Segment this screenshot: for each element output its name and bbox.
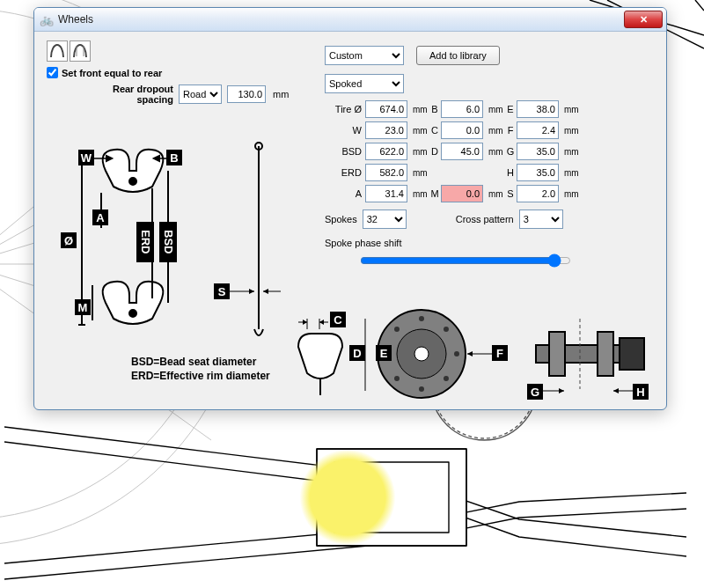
spoke-diagram: S <box>210 137 290 349</box>
hub-diagram: C D E F G H <box>281 303 650 408</box>
tire-profile-icon-1[interactable] <box>47 40 68 62</box>
b-input[interactable] <box>441 100 483 118</box>
app-icon: 🚲 <box>40 12 54 26</box>
svg-point-44 <box>454 351 459 356</box>
svg-point-43 <box>444 327 449 332</box>
svg-marker-36 <box>303 320 307 325</box>
rear-dropout-value-input[interactable] <box>227 85 266 103</box>
close-icon: ✕ <box>640 14 648 26</box>
bsd-input[interactable] <box>365 143 407 160</box>
svg-marker-38 <box>319 320 324 325</box>
svg-marker-61 <box>559 388 564 393</box>
highlight-spot <box>299 449 396 546</box>
svg-point-41 <box>414 347 429 361</box>
phase-label: Spoke phase shift <box>325 238 650 248</box>
add-to-library-button[interactable]: Add to library <box>416 46 500 65</box>
m-input[interactable] <box>441 185 483 202</box>
svg-point-46 <box>419 386 424 392</box>
rear-dropout-type-select[interactable]: Road <box>179 85 222 104</box>
spokes-select[interactable]: 32 <box>363 209 407 229</box>
legend-text: BSD=Bead seat diameter ERD=Effective rim… <box>131 356 270 383</box>
rear-dropout-unit: mm <box>273 89 289 99</box>
phase-slider[interactable] <box>360 254 571 268</box>
window-title: Wheels <box>58 13 624 26</box>
e-input[interactable] <box>517 100 559 118</box>
d-input[interactable] <box>441 143 483 160</box>
svg-point-49 <box>394 327 400 332</box>
cross-pattern-select[interactable]: 3 <box>519 209 563 229</box>
h-input[interactable] <box>517 164 559 181</box>
g-input[interactable] <box>517 143 559 160</box>
svg-rect-58 <box>620 338 644 370</box>
front-equal-rear-label: Set front equal to rear <box>62 68 162 78</box>
svg-rect-56 <box>549 332 565 376</box>
svg-marker-63 <box>613 388 619 393</box>
svg-point-42 <box>419 316 424 321</box>
svg-rect-57 <box>598 332 613 376</box>
close-button[interactable]: ✕ <box>624 11 663 28</box>
svg-marker-31 <box>263 289 268 294</box>
svg-marker-30 <box>249 289 254 294</box>
c-input[interactable] <box>441 121 483 139</box>
tire-profile-icon-2[interactable] <box>70 40 91 62</box>
wheels-dialog: 🚲 Wheels ✕ Set front equal to rear Rear … <box>33 7 667 410</box>
tire-d-input[interactable] <box>365 100 407 118</box>
svg-point-45 <box>444 376 449 381</box>
construction-select[interactable]: Spoked <box>325 74 404 93</box>
rear-dropout-label: Rear dropout spacing <box>103 84 173 105</box>
titlebar: 🚲 Wheels ✕ <box>34 8 666 32</box>
tire-d-label: Tire Ø <box>325 104 365 114</box>
a-input[interactable] <box>365 185 407 202</box>
parameter-grid: Tire Ø mm B mm E mm W mm C mm F mm <box>325 100 650 202</box>
front-equal-rear-checkbox[interactable] <box>47 67 58 78</box>
svg-point-14 <box>129 310 136 317</box>
preset-select[interactable]: Custom <box>325 46 404 65</box>
svg-point-47 <box>394 376 400 381</box>
svg-point-13 <box>129 178 136 185</box>
erd-input[interactable] <box>365 164 407 181</box>
s-input[interactable] <box>517 185 559 202</box>
w-input[interactable] <box>365 121 407 139</box>
cross-pattern-label: Cross pattern <box>456 214 514 224</box>
spokes-label: Spokes <box>325 214 357 224</box>
svg-marker-54 <box>467 351 473 356</box>
f-input[interactable] <box>517 121 559 139</box>
